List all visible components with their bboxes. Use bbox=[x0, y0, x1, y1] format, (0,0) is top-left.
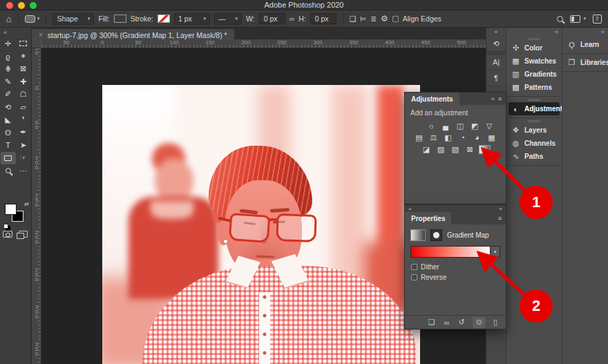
sidebar-item-channels[interactable]: ◍Channels bbox=[506, 137, 562, 150]
share-icon[interactable]: ⇧ bbox=[593, 15, 602, 23]
gradient-dropdown-button[interactable]: ▾ bbox=[491, 246, 500, 258]
reset-icon[interactable]: ↺ bbox=[457, 317, 466, 328]
reverse-checkbox[interactable] bbox=[411, 274, 417, 280]
search-icon[interactable] bbox=[557, 16, 563, 22]
curves-icon[interactable]: ◫ bbox=[455, 121, 466, 131]
clone-stamp-tool[interactable]: ☖ bbox=[16, 88, 31, 101]
invert-icon[interactable]: ◪ bbox=[421, 144, 433, 154]
canvas-image[interactable] bbox=[102, 85, 420, 364]
lasso-tool[interactable]: ϱ bbox=[1, 50, 16, 62]
stroke-width-dropdown[interactable]: 1 px ▾ bbox=[174, 13, 210, 25]
posterize-icon[interactable]: ▨ bbox=[435, 144, 447, 154]
default-colors-icon[interactable] bbox=[3, 224, 8, 229]
fill-color-swatch[interactable] bbox=[114, 15, 126, 23]
crop-tool[interactable]: ⋕ bbox=[1, 63, 16, 75]
collapse-dock-icon[interactable]: « bbox=[506, 28, 562, 36]
pen-tool[interactable]: ✒ bbox=[16, 126, 31, 139]
quick-selection-tool[interactable]: ✶ bbox=[16, 50, 31, 62]
channel-mixer-icon[interactable]: ◕ bbox=[471, 133, 483, 142]
sidebar-item-paths[interactable]: ∿Paths bbox=[506, 150, 562, 163]
gear-icon[interactable]: ⚙ bbox=[381, 14, 388, 23]
sidebar-item-gradients[interactable]: ▥Gradients bbox=[506, 68, 562, 81]
close-panel-icon[interactable]: × bbox=[408, 206, 412, 212]
tool-preset-picker[interactable]: ▾ bbox=[25, 15, 40, 23]
sidebar-item-adjustments[interactable]: ◐Adjustments bbox=[509, 102, 560, 115]
vibrance-icon[interactable]: ▽ bbox=[484, 121, 495, 131]
levels-icon[interactable]: ▄ bbox=[440, 121, 452, 131]
sidebar-item-layers[interactable]: ❖Layers bbox=[506, 124, 562, 137]
photo-filter-icon[interactable]: ◔ bbox=[457, 133, 468, 142]
exposure-icon[interactable]: ◩ bbox=[469, 121, 481, 131]
collapse-dock-icon[interactable]: « bbox=[486, 28, 506, 36]
align-edges-checkbox[interactable] bbox=[392, 16, 399, 22]
collapse-dock-icon[interactable]: « bbox=[562, 28, 608, 36]
paragraph-panel-button[interactable]: ¶ bbox=[486, 70, 506, 86]
ruler-label: 400 bbox=[372, 39, 408, 48]
quick-mask-button[interactable] bbox=[3, 231, 12, 238]
path-alignment-icon[interactable]: ⊨ bbox=[360, 15, 366, 23]
delete-adjustment-icon[interactable]: ▯ bbox=[492, 317, 499, 328]
eraser-tool[interactable]: ▱ bbox=[16, 101, 31, 113]
visibility-icon[interactable]: ⊙ bbox=[473, 317, 486, 328]
eyedropper-tool[interactable]: ✎ bbox=[1, 75, 16, 88]
tool-mode-dropdown[interactable]: Shape ▾ bbox=[53, 13, 94, 25]
selective-color-icon[interactable]: ⊠ bbox=[464, 144, 476, 154]
link-dimensions-icon[interactable]: ∞ bbox=[289, 15, 295, 23]
path-operations-icon[interactable]: ❑ bbox=[350, 15, 356, 23]
foreground-color-swatch[interactable] bbox=[5, 204, 17, 215]
workspace-switcher[interactable]: ▾ bbox=[570, 15, 586, 23]
height-field[interactable]: 0 px bbox=[310, 13, 336, 24]
clip-to-layer-icon[interactable]: ❏ bbox=[427, 317, 437, 328]
gradient-preview-bar[interactable] bbox=[410, 246, 491, 258]
sidebar-item-patterns[interactable]: ▩Patterns bbox=[506, 81, 562, 94]
history-panel-button[interactable]: ⟲ bbox=[486, 36, 506, 52]
drag-handle[interactable] bbox=[528, 99, 540, 101]
frame-tool[interactable]: ⊠ bbox=[16, 63, 31, 75]
zoom-tool[interactable] bbox=[1, 164, 16, 177]
drag-handle[interactable] bbox=[528, 120, 540, 122]
hand-tool[interactable]: ☞ bbox=[16, 152, 31, 164]
gradient-map-icon[interactable] bbox=[479, 145, 491, 154]
properties-panel-tab[interactable]: Properties bbox=[405, 212, 451, 224]
width-field[interactable]: 0 px bbox=[259, 13, 285, 24]
sidebar-item-swatches[interactable]: ▦Swatches bbox=[506, 55, 562, 68]
dither-checkbox[interactable] bbox=[411, 264, 417, 270]
home-icon[interactable]: ⌂ bbox=[6, 14, 12, 24]
blur-tool[interactable]: ❜ bbox=[16, 113, 31, 126]
panel-menu-icon[interactable]: ≡ bbox=[498, 215, 502, 222]
drag-handle[interactable] bbox=[528, 38, 540, 40]
color-lookup-icon[interactable]: ▦ bbox=[486, 133, 497, 142]
swap-colors-icon[interactable]: ⇄ bbox=[24, 201, 29, 207]
history-brush-tool[interactable]: ⟲ bbox=[1, 101, 16, 113]
collapse-panel-icon[interactable]: « bbox=[500, 206, 502, 212]
edit-toolbar-button[interactable]: ⋯ bbox=[16, 164, 31, 177]
sidebar-item-learn[interactable]: ϘLearn bbox=[562, 36, 608, 54]
color-balance-icon[interactable]: ⚖ bbox=[428, 133, 439, 142]
brightness-contrast-icon[interactable]: ☼ bbox=[426, 121, 437, 131]
move-tool[interactable]: ✛ bbox=[1, 37, 16, 50]
link-mask-icon[interactable]: ∞ bbox=[443, 317, 451, 328]
marquee-tool[interactable] bbox=[16, 37, 31, 50]
black-white-icon[interactable]: ◧ bbox=[442, 133, 454, 142]
type-tool[interactable]: T bbox=[1, 139, 16, 151]
brush-tool[interactable]: ✐ bbox=[1, 88, 16, 101]
path-arrangement-icon[interactable]: ≣ bbox=[370, 15, 377, 23]
collapse-toolbar-icon[interactable]: « bbox=[0, 28, 31, 37]
sidebar-item-libraries[interactable]: ❐Libraries bbox=[562, 54, 608, 72]
healing-brush-tool[interactable]: ✚ bbox=[16, 75, 31, 88]
stroke-type-dropdown[interactable]: — ▾ bbox=[214, 13, 242, 25]
dodge-tool[interactable]: ʘ bbox=[1, 126, 16, 139]
panel-menu-icon[interactable]: ≡ bbox=[498, 95, 502, 102]
threshold-icon[interactable]: ▧ bbox=[450, 144, 462, 154]
collapse-panel-icon[interactable]: » bbox=[491, 95, 495, 102]
character-panel-button[interactable]: A| bbox=[486, 55, 506, 70]
gradient-tool[interactable]: ◣ bbox=[1, 113, 16, 126]
sidebar-item-color[interactable]: ✣Color bbox=[506, 41, 562, 55]
adjustments-panel-tab[interactable]: Adjustments bbox=[405, 93, 459, 105]
close-tab-icon[interactable]: × bbox=[39, 31, 43, 39]
hue-saturation-icon[interactable]: ▤ bbox=[413, 133, 425, 142]
stroke-color-swatch[interactable] bbox=[158, 15, 170, 23]
path-selection-tool[interactable]: ➤ bbox=[16, 139, 31, 151]
rectangle-tool[interactable] bbox=[1, 152, 16, 164]
screen-mode-button[interactable] bbox=[19, 231, 28, 238]
